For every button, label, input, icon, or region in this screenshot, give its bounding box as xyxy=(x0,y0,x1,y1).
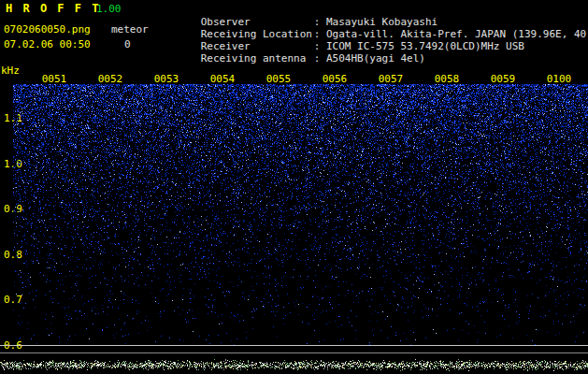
info-separator: : xyxy=(314,28,326,40)
mode-label: meteor xyxy=(111,24,149,36)
level-trace-canvas xyxy=(0,357,588,374)
info-separator: : xyxy=(314,40,326,52)
spectrogram-canvas xyxy=(13,84,588,345)
y-axis-unit-label: kHz xyxy=(1,65,20,77)
info-row-observer: Observer: Masayuki Kobayashi xyxy=(164,4,588,16)
meteor-count: 0 xyxy=(124,39,131,50)
info-value: Masayuki Kobayashi xyxy=(326,16,437,28)
info-value: Ogata-vill. Akita-Pref. JAPAN (139.96E, … xyxy=(326,28,588,40)
level-baseline-lower xyxy=(0,352,588,353)
level-baseline-upper xyxy=(0,345,588,346)
app-title: H R O F F T xyxy=(6,3,100,14)
station-info: Observer: Masayuki Kobayashi Receiving L… xyxy=(164,4,588,52)
info-value: A504HB(yagi 4el) xyxy=(326,52,425,65)
info-value: ICOM IC-575 53.7492(0LCD)MHz USB xyxy=(326,40,524,52)
info-label: Observer xyxy=(201,16,314,28)
output-filename: 0702060050.png xyxy=(4,24,91,36)
info-label: Receiving antenna xyxy=(201,52,314,65)
hrofft-output: H R O F F T 1.00 0702060050.png meteor 0… xyxy=(0,0,588,374)
app-version: 1.00 xyxy=(96,4,122,15)
info-separator: : xyxy=(314,52,326,65)
observation-datetime: 07.02.06 00:50 xyxy=(4,39,91,50)
info-label: Receiving Location xyxy=(201,28,314,40)
info-label: Receiver xyxy=(201,40,314,52)
info-separator: : xyxy=(314,16,326,28)
